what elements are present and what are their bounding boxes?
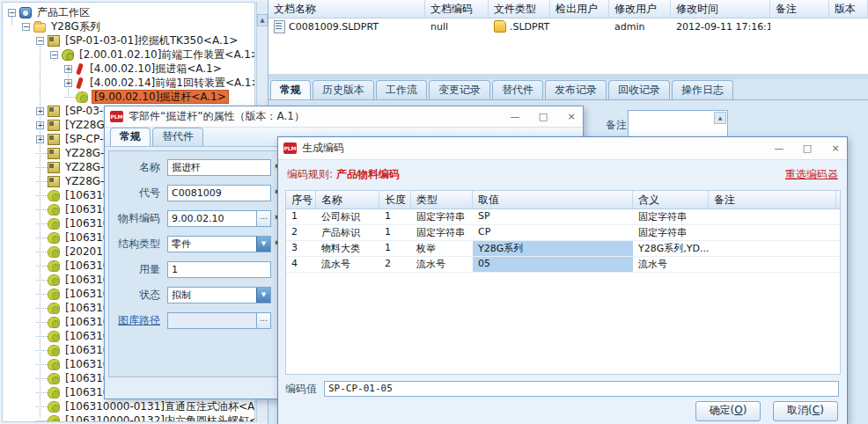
- maximize-icon[interactable]: □: [801, 140, 813, 157]
- tree-expander[interactable]: +: [64, 79, 72, 87]
- detail-tab-1[interactable]: 历史版本: [313, 80, 374, 99]
- picker-button[interactable]: ...: [256, 211, 270, 226]
- minimize-icon[interactable]: —: [773, 140, 785, 157]
- field-input[interactable]: 拟制▼: [167, 287, 271, 303]
- code-table-cell: 2: [286, 225, 316, 240]
- code-table-cell: 产品标识: [316, 225, 379, 240]
- note-input[interactable]: ▲: [628, 110, 728, 140]
- scroll-up-icon[interactable]: ▲: [257, 14, 268, 26]
- close-icon[interactable]: ×: [829, 140, 842, 157]
- tree-connector: [36, 308, 48, 309]
- code-value-input[interactable]: SP-CP-01-05: [324, 381, 839, 397]
- gear-icon: [48, 274, 60, 286]
- field-input[interactable]: 1: [167, 261, 271, 278]
- detail-tab-5[interactable]: 发布记录: [545, 80, 607, 99]
- tree-item[interactable]: −[SP-01-03-01]挖掘机TK350<A.1>: [3, 33, 254, 48]
- tree-item[interactable]: −Y28G系列: [3, 19, 254, 33]
- filetype-icon: [494, 20, 506, 33]
- detail-tab-0[interactable]: 常规: [270, 80, 311, 99]
- detail-tab-3[interactable]: 变更记录: [429, 80, 490, 99]
- code-table-cell: 枚举: [411, 241, 473, 256]
- doc-column-header[interactable]: 文档名称: [268, 0, 425, 18]
- tree-expander[interactable]: −: [36, 37, 44, 45]
- properties-tab-1[interactable]: 替代件: [152, 128, 203, 146]
- gear-icon: [48, 345, 60, 356]
- tree-expander[interactable]: +: [64, 65, 72, 73]
- maximize-icon[interactable]: □: [537, 108, 549, 126]
- field-input[interactable]: 零件▼: [167, 236, 271, 252]
- picker-button[interactable]: ...: [256, 313, 270, 328]
- field-input[interactable]: ...: [167, 312, 271, 329]
- tree-connector: [36, 280, 48, 281]
- code-table-column-header[interactable]: 名称: [316, 191, 379, 208]
- code-table-cell: 1: [379, 209, 411, 224]
- code-table-column-header[interactable]: 类型: [411, 191, 473, 208]
- plm-app-icon: PLM: [283, 143, 297, 154]
- code-table-row[interactable]: 3物料大类1枚举Y28G系列Y28G系列,YD...: [286, 241, 840, 257]
- code-table-row[interactable]: 2产品标识1固定字符串CP固定字符串: [286, 225, 840, 241]
- cancel-button[interactable]: 取消(C): [773, 401, 838, 421]
- tree-connector: [36, 364, 48, 365]
- tree-connector: [36, 167, 48, 168]
- tree-item[interactable]: [106310000-0131]直通压注式油杯<A.1>: [3, 399, 254, 413]
- field-label[interactable]: 图库路径: [109, 313, 160, 328]
- tree-item[interactable]: −[2.00.01.02.10]前端工作装置<A.1>: [3, 48, 254, 62]
- doc-column-header[interactable]: 文档编码: [425, 0, 489, 18]
- tree-expander[interactable]: −: [50, 51, 58, 59]
- field-input[interactable]: 掘进杆: [167, 159, 271, 176]
- minimize-icon[interactable]: —: [509, 108, 521, 126]
- ok-button[interactable]: 确定(O): [695, 401, 761, 421]
- field-input[interactable]: C0081009: [167, 185, 271, 201]
- code-value-row: 编码值 SP-CP-01-05: [285, 380, 839, 398]
- dropdown-button[interactable]: ▼: [256, 288, 270, 303]
- tree-item[interactable]: [106310000-0132]内六角圆柱头螺钉<A.1: [3, 413, 254, 422]
- tree-expander[interactable]: −: [22, 23, 30, 31]
- code-table-row[interactable]: 1公司标识1固定字符串SP固定字符串: [286, 209, 840, 225]
- doc-column-header[interactable]: 修改时间: [671, 0, 770, 18]
- tree-expander[interactable]: −: [8, 9, 16, 17]
- doc-column-header[interactable]: 检出用户: [550, 0, 609, 18]
- properties-tab-0[interactable]: 常规: [110, 128, 151, 146]
- machine-icon: [48, 148, 60, 159]
- gear-icon: [48, 204, 60, 216]
- doc-column-header[interactable]: 备注: [770, 0, 829, 18]
- detail-tab-2[interactable]: 工作流: [376, 80, 427, 99]
- tree-expander[interactable]: +: [36, 135, 44, 143]
- tree-item[interactable]: +[4.00.02.10]掘进箱<A.1>: [3, 62, 254, 76]
- document-row[interactable]: C0081009.SLDPRTnull.SLDPRTadmin2012-09-1…: [268, 18, 868, 34]
- plm-app-icon: PLM: [110, 111, 123, 122]
- gear-icon: [48, 415, 60, 423]
- code-table-cell: 物料大类: [316, 241, 379, 256]
- gear-icon: [76, 91, 88, 103]
- tree-connector: [36, 322, 48, 323]
- code-table-row[interactable]: 4流水号2流水号05流水号: [286, 257, 840, 273]
- tree-expander[interactable]: +: [36, 107, 44, 115]
- field-input[interactable]: 9.00.02.10...: [167, 210, 271, 227]
- gear-icon: [48, 359, 60, 370]
- code-rule-value: 产品物料编码: [336, 168, 400, 180]
- code-table-cell: [709, 225, 836, 240]
- detail-tab-7[interactable]: 操作日志: [672, 80, 733, 99]
- code-table-column-header[interactable]: 长度: [379, 191, 411, 208]
- close-icon[interactable]: ×: [565, 108, 577, 126]
- dropdown-button[interactable]: ▼: [256, 237, 270, 252]
- detail-tab-6[interactable]: 回收记录: [608, 80, 670, 99]
- tree-item[interactable]: −产品工作区: [3, 5, 254, 19]
- spinner-up-icon[interactable]: ▲: [714, 112, 726, 124]
- tree-item[interactable]: +[4.00.02.14]前端1回转装置<A.1>: [3, 76, 254, 90]
- code-table-column-header[interactable]: 备注: [709, 191, 836, 208]
- gear-icon: [48, 232, 60, 244]
- code-table-column-header[interactable]: 序号: [286, 191, 316, 208]
- doc-column-header[interactable]: 修改用户: [609, 0, 671, 18]
- detail-tab-4[interactable]: 替代件: [492, 80, 543, 99]
- tree-item-label: [106310000-0131]直通压注式油杯<A.1>: [63, 400, 255, 413]
- code-table-column-header[interactable]: 取值: [473, 191, 633, 208]
- code-table-cell: SP: [473, 209, 633, 224]
- gear-icon: [48, 289, 60, 300]
- tree-item[interactable]: [9.00.02.10]掘进杆<A.1>: [3, 90, 254, 104]
- doc-column-header[interactable]: 版本: [829, 0, 868, 18]
- reselect-encoder-link[interactable]: 重选编码器: [785, 167, 838, 182]
- code-table-column-header[interactable]: 含义: [633, 191, 709, 208]
- doc-column-header[interactable]: 文件类型: [489, 0, 550, 18]
- tree-expander[interactable]: +: [36, 121, 44, 129]
